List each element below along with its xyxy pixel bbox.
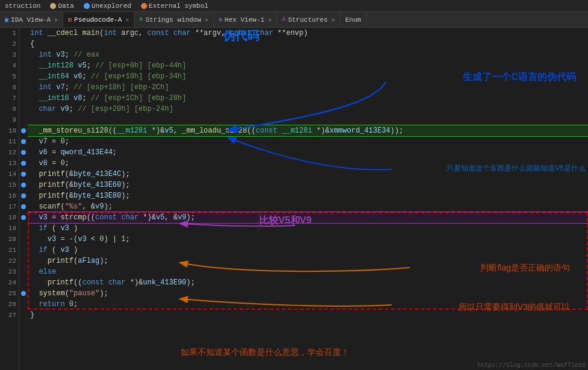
one20: 1 [121,235,125,243]
tab-strings[interactable]: ≡ Strings window ✕ [134,12,213,28]
ln-19: 19 [0,223,19,234]
nav-data[interactable]: Data [48,2,76,10]
kw-const18: const [95,213,117,222]
ln-23: 23 [0,266,19,277]
tab-struct-close[interactable]: ✕ [331,16,335,24]
t-int128: __int128 [39,61,74,70]
nav-struction[interactable]: struction [2,2,43,10]
zero20: 0 [99,235,104,243]
data-dot [50,3,56,9]
ln-7: 7 [0,93,19,104]
i6 [30,83,39,92]
i16 [30,192,39,200]
dot-row-26 [19,299,28,310]
tab-bar: ▣ IDA View-A ✕ ⊞ Pseudocode-A ✕ ≡ String… [0,12,588,28]
ln-12: 12 [0,147,19,158]
i21 [30,246,39,254]
ln-1: 1 [0,28,19,39]
kw-const24: const [82,278,104,287]
zero26: 0 [69,300,74,309]
dot-row-22 [19,256,28,266]
semi7: ; [82,94,86,102]
i22 [30,257,48,265]
line-number-gutter: 1 2 3 4 5 6 7 8 9 10 11 12 13 14 15 16 1… [0,28,19,370]
p22: ( [74,257,78,265]
s22: ); [99,257,108,265]
nav-external-label: External symbol [149,2,208,10]
dot-row-12 [19,147,28,158]
code-line-21: if ( v3 ) [28,245,588,256]
tab-ida-close[interactable]: ✕ [54,16,58,24]
p10b: *)& [147,127,164,135]
code-line-19: if ( v3 ) [28,223,588,234]
p16: (& [65,192,74,200]
v9-17: v9 [95,202,104,211]
sp26 [65,300,69,309]
ln-4: 4 [0,60,19,71]
main-area: 1 2 3 4 5 6 7 8 9 10 11 12 13 14 15 16 1… [0,28,588,370]
tab-enum[interactable]: Enum [340,12,366,28]
dot-row-16 [19,190,28,201]
tab-strings-close[interactable]: ✕ [205,16,208,24]
tab-pseudocode[interactable]: ⊞ Pseudocode-A ✕ [63,12,134,28]
tab-ida-view[interactable]: ▣ IDA View-A ✕ [0,12,63,28]
eq12: = [48,148,61,157]
tab-hex-close[interactable]: ✕ [268,16,272,24]
code-line-23: else [28,266,588,277]
i5 [30,72,39,81]
kw-char18: char [121,213,139,222]
fn-printf22: printf [48,257,74,265]
p10d: (( [247,127,255,135]
tab-strings-label: Strings window [145,16,201,24]
var-v8: v8 [74,94,82,102]
sp4 [74,61,78,70]
nav-external[interactable]: External symbol [139,2,211,10]
tab-hex[interactable]: ≋ Hex View-1 ✕ [214,12,277,28]
var-v9: v9 [60,105,69,113]
v3-20: v3 [48,235,56,243]
zero13: 0 [60,159,64,168]
dot-row-24 [19,277,28,288]
ln-2: 2 [0,39,19,49]
p17a: ( [60,202,64,211]
code-line-9 [28,114,588,125]
v8-13: v8 [39,159,47,168]
p25a: ( [65,289,69,298]
brace-open: { [30,40,34,48]
i13 [30,159,39,168]
strings-icon: ≡ [139,16,143,23]
argv [169,29,174,37]
i24 [30,278,48,287]
semi13: ; [65,159,69,168]
tab-hex-label: Hex View-1 [225,16,264,24]
tab-structures-label: Structures [288,16,328,24]
p10e [278,127,282,135]
ln-11: 11 [0,136,19,147]
eq20: = -( [56,235,78,243]
semi8: ; [69,105,74,113]
nav-unexplored[interactable]: Unexplored [81,2,134,10]
ida-view-icon: ▣ [5,16,8,24]
comment-v8: // [esp+1Ch] [ebp-28h] [91,94,186,102]
unk413: unk_413E90 [143,278,186,287]
ln-18: 18 [0,212,19,223]
code-line-6: int v7; // [esp+18h] [ebp-2Ch] [28,82,588,93]
tab-structures[interactable]: A Structures ✕ [277,12,340,28]
fn-scanf: scanf [39,202,60,211]
s20: ; [125,235,130,243]
dot-row-15 [19,180,28,190]
str-pause: "pause" [69,289,99,298]
eq18: = [48,213,61,222]
dot-row-7 [19,93,28,104]
i12 [30,148,39,157]
tab-pseudo-close[interactable]: ✕ [125,16,129,24]
ln-14: 14 [0,169,19,180]
p18a: (( [87,213,95,222]
semi12: ; [113,148,117,157]
p14: (& [65,170,74,178]
fn-system: system [39,289,64,298]
i11 [30,137,39,146]
v3-decl [52,51,56,59]
var-v5: v5 [78,61,86,70]
byte14: byte_413E4C [74,170,121,178]
